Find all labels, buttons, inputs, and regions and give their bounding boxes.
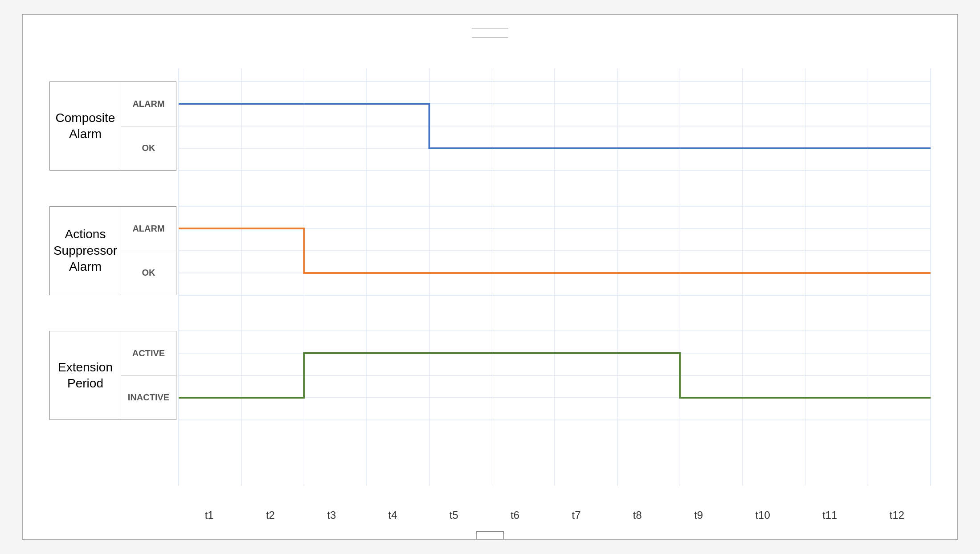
extension-period-state-inactive: INACTIVE: [121, 376, 176, 420]
time-tick-t7: t7: [572, 509, 581, 521]
chart-title: [472, 28, 508, 38]
composite-alarm-state-alarm: ALARM: [121, 82, 176, 126]
time-tick-t3: t3: [327, 509, 336, 521]
time-tick-t1: t1: [205, 509, 214, 521]
chart-svg: [179, 68, 931, 486]
time-tick-t12: t12: [890, 509, 904, 521]
suppressor-alarm-state-alarm: ALARM: [121, 207, 176, 251]
chart-container: CompositeAlarm ALARM OK ActionsSuppresso…: [22, 14, 958, 540]
time-label: [476, 531, 504, 539]
extension-period-row: ExtensionPeriod ACTIVE INACTIVE: [49, 331, 176, 420]
composite-alarm-label: CompositeAlarm: [50, 82, 121, 170]
time-axis: t1t2t3t4t5t6t7t8t9t10t11t12: [179, 509, 931, 521]
time-tick-t5: t5: [449, 509, 458, 521]
time-tick-t4: t4: [388, 509, 397, 521]
suppressor-alarm-state-ok: OK: [121, 251, 176, 295]
extension-period-states: ACTIVE INACTIVE: [121, 331, 176, 420]
suppressor-alarm-label: ActionsSuppressorAlarm: [50, 207, 121, 295]
time-tick-t11: t11: [822, 509, 837, 521]
time-tick-t10: t10: [755, 509, 770, 521]
time-tick-t9: t9: [694, 509, 703, 521]
composite-alarm-row: CompositeAlarm ALARM OK: [49, 81, 176, 171]
composite-alarm-states: ALARM OK: [121, 82, 176, 170]
composite-alarm-state-ok: OK: [121, 126, 176, 171]
suppressor-alarm-row: ActionsSuppressorAlarm ALARM OK: [49, 206, 176, 295]
chart-area: CompositeAlarm ALARM OK ActionsSuppresso…: [49, 68, 931, 486]
extension-period-state-active: ACTIVE: [121, 331, 176, 376]
time-tick-t6: t6: [510, 509, 519, 521]
time-tick-t8: t8: [633, 509, 642, 521]
extension-period-label: ExtensionPeriod: [50, 331, 121, 420]
suppressor-alarm-states: ALARM OK: [121, 207, 176, 295]
time-tick-t2: t2: [266, 509, 275, 521]
